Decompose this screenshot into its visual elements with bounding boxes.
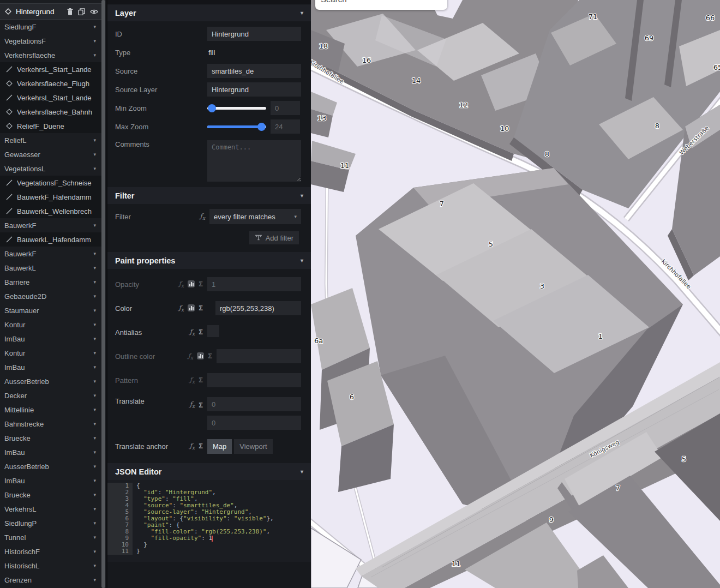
layer-group-row[interactable]: Kontur▾ [0, 346, 101, 360]
collapse-caret-icon[interactable]: ▾ [93, 293, 96, 299]
opacity-input[interactable] [207, 277, 301, 291]
layer-group-row[interactable]: HistorischF▾ [0, 544, 101, 559]
json-editor[interactable]: 1{2 "id": "Hintergrund",3 "type": "fill"… [107, 480, 311, 562]
layer-group-row[interactable]: ImBau▾ [0, 332, 101, 346]
function-icon[interactable]: ƒx [179, 304, 184, 313]
function-icon[interactable]: ƒx [188, 352, 194, 361]
id-input[interactable] [207, 27, 301, 41]
layer-group-row[interactable]: ReliefL▾ [0, 133, 101, 147]
collapse-caret-icon[interactable]: ▾ [93, 279, 96, 285]
expression-icon[interactable]: Σ [199, 304, 203, 312]
comments-textarea[interactable] [207, 140, 301, 182]
layer-group-row[interactable]: Tunnel▾ [0, 530, 101, 544]
collapse-caret-icon[interactable]: ▾ [93, 577, 96, 583]
collapse-caret-icon[interactable]: ▾ [93, 223, 96, 228]
paint-section-header[interactable]: Paint properties ▾ [107, 252, 311, 269]
layer-group-row[interactable]: SiedlungF▾ [0, 20, 101, 34]
max-zoom-value[interactable]: 24 [271, 119, 300, 134]
max-zoom-slider[interactable] [207, 123, 266, 130]
color-input[interactable] [215, 301, 301, 315]
zoom-function-icon[interactable] [188, 304, 195, 311]
anchor-map-button[interactable]: Map [207, 439, 232, 454]
layer-row[interactable]: VerkehrsL_Start_Lande [0, 62, 101, 76]
collapse-caret-icon[interactable]: ▾ [93, 336, 96, 341]
layer-group-row[interactable]: ImBau▾ [0, 360, 101, 374]
layer-group-row[interactable]: ImBau▾ [0, 445, 101, 459]
expression-icon[interactable]: Σ [208, 352, 212, 360]
collapse-caret-icon[interactable]: ▾ [93, 435, 96, 441]
layer-group-row[interactable]: Kontur▾ [0, 317, 101, 332]
collapse-caret-icon[interactable]: ▾ [93, 421, 96, 427]
collapse-caret-icon[interactable]: ▾ [93, 535, 96, 540]
collapse-caret-icon[interactable]: ▾ [93, 265, 96, 271]
layer-row[interactable]: VerkehrsL_Start_Lande [0, 91, 101, 105]
collapse-caret-icon[interactable]: ▾ [301, 469, 303, 475]
layer-group-row[interactable]: Bruecke▾ [0, 431, 101, 445]
duplicate-layer-icon[interactable] [78, 8, 85, 15]
collapse-caret-icon[interactable]: ▾ [93, 520, 96, 526]
visibility-eye-icon[interactable] [90, 9, 98, 15]
layer-row[interactable]: BauwerkL_Hafendamm [0, 232, 101, 247]
collapse-caret-icon[interactable]: ▾ [301, 10, 303, 16]
collapse-caret-icon[interactable]: ▾ [93, 506, 96, 512]
search-input[interactable] [321, 0, 419, 4]
collapse-caret-icon[interactable]: ▾ [93, 350, 96, 356]
layer-group-row[interactable]: Decker▾ [0, 388, 101, 403]
layer-row[interactable]: Verkehrsflaeche_Flugh [0, 76, 101, 91]
anchor-viewport-button[interactable]: Viewport [234, 439, 272, 454]
add-filter-button[interactable]: Add filter [249, 231, 299, 244]
collapse-caret-icon[interactable]: ▾ [93, 152, 96, 157]
layer-group-row[interactable]: VerkehrsL▾ [0, 502, 101, 516]
zoom-function-icon[interactable] [197, 352, 204, 359]
layer-group-row[interactable]: Bruecke▾ [0, 488, 101, 502]
layer-row[interactable]: VegetationsF_Schneise [0, 176, 101, 190]
collapse-caret-icon[interactable]: ▾ [93, 38, 96, 44]
layer-group-row[interactable]: ImBau▾ [0, 473, 101, 488]
antialias-checkbox[interactable] [207, 325, 219, 337]
layer-group-row[interactable]: HistorischL▾ [0, 559, 101, 573]
collapse-caret-icon[interactable]: ▾ [93, 464, 96, 469]
map-view[interactable]: 18167166696514121310881175316a657911Kirc… [311, 0, 720, 588]
layer-group-row[interactable]: AusserBetrieb▾ [0, 459, 101, 473]
collapse-caret-icon[interactable]: ▾ [93, 322, 96, 327]
color-swatch[interactable] [207, 301, 215, 315]
layer-group-row[interactable]: Mittellinie▾ [0, 403, 101, 417]
layer-section-header[interactable]: Layer ▾ [107, 4, 311, 21]
zoom-function-icon[interactable] [188, 280, 195, 287]
layer-row[interactable]: Verkehrsflaeche_Bahnh [0, 105, 101, 119]
layer-row[interactable]: ReliefF_Duene [0, 119, 101, 133]
layer-group-row[interactable]: Gewaesser▾ [0, 147, 101, 161]
expression-icon[interactable]: Σ [199, 401, 203, 409]
map-search-box[interactable] [315, 0, 447, 10]
min-zoom-slider[interactable] [207, 104, 266, 112]
collapse-caret-icon[interactable]: ▾ [93, 308, 96, 313]
layer-group-row[interactable]: AusserBetrieb▾ [0, 374, 101, 388]
collapse-caret-icon[interactable]: ▾ [93, 549, 96, 554]
layer-group-row[interactable]: VegetationsF▾ [0, 34, 101, 48]
collapse-caret-icon[interactable]: ▾ [93, 407, 96, 412]
collapse-caret-icon[interactable]: ▾ [93, 52, 96, 58]
function-icon[interactable]: ƒx [190, 376, 195, 385]
function-icon[interactable]: ƒx [190, 328, 195, 337]
json-section-header[interactable]: JSON Editor ▾ [107, 463, 311, 480]
pattern-input[interactable] [207, 373, 301, 387]
layer-group-row[interactable]: Staumauer▾ [0, 303, 101, 317]
layer-group-row[interactable]: Gebaeude2D▾ [0, 289, 101, 303]
filter-section-header[interactable]: Filter ▾ [107, 187, 311, 204]
layer-group-row[interactable]: Bahnstrecke▾ [0, 417, 101, 431]
layer-group-row[interactable]: Verkehrsflaeche▾ [0, 48, 101, 62]
collapse-caret-icon[interactable]: ▾ [93, 393, 96, 398]
collapse-caret-icon[interactable]: ▾ [93, 24, 96, 29]
layer-row[interactable]: BauwerkF_Hafendamm [0, 190, 101, 204]
collapse-caret-icon[interactable]: ▾ [93, 166, 96, 171]
delete-layer-icon[interactable] [67, 8, 73, 15]
collapse-caret-icon[interactable]: ▾ [93, 563, 96, 568]
layer-group-row[interactable]: BauwerkF▾ [0, 218, 101, 232]
collapse-caret-icon[interactable]: ▾ [301, 257, 303, 263]
layer-row[interactable]: BauwerkL_Wellenbrech [0, 204, 101, 218]
layer-group-row[interactable]: Barriere▾ [0, 275, 101, 289]
outline-color-input[interactable] [217, 349, 301, 363]
collapse-caret-icon[interactable]: ▾ [93, 492, 96, 497]
collapse-caret-icon[interactable]: ▾ [93, 379, 96, 384]
layer-group-row[interactable]: SiedlungP▾ [0, 516, 101, 530]
